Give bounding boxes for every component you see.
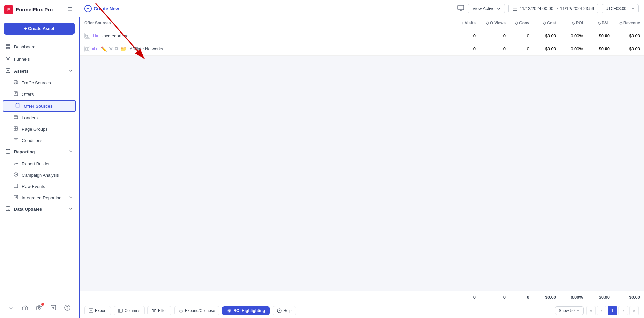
col-header-visits[interactable]: ↓ Visits (446, 17, 480, 29)
svg-rect-39 (118, 309, 122, 312)
monitor-icon[interactable] (457, 4, 464, 13)
chevron-down-icon (631, 7, 635, 11)
sidebar-item-integrated-reporting[interactable]: Integrated Reporting (0, 192, 79, 203)
sidebar-item-funnels[interactable]: Funnels (0, 53, 79, 65)
conditions-icon (13, 137, 18, 143)
table-row: Uncategorized 0 0 0 $0.00 0.00% $0.00 $0… (80, 29, 644, 42)
sidebar-item-report-builder[interactable]: Report Builder (0, 158, 79, 169)
timezone-label: UTC+03:00... (605, 6, 630, 11)
col-header-cost[interactable]: ◇ Cost (533, 17, 560, 29)
export-footer-icon[interactable] (6, 302, 16, 314)
prev-page-button[interactable]: ‹ (597, 306, 606, 315)
camera-footer-icon[interactable] (34, 302, 45, 314)
sidebar-section-reporting[interactable]: Reporting (0, 146, 79, 158)
row-conv: 0 (510, 29, 533, 42)
row-revenue: $0.00 (614, 29, 644, 42)
sidebar-item-label: Offer Sources (24, 104, 53, 109)
row-revenue: $0.00 (614, 42, 644, 56)
row-conv: 0 (510, 42, 533, 56)
row-visits: 0 (446, 42, 480, 56)
timezone-button[interactable]: UTC+03:00... (602, 4, 639, 13)
tracking-footer-icon[interactable] (48, 302, 59, 314)
export-icon (89, 308, 93, 313)
chevron-down-icon (497, 7, 501, 11)
sort-icon: ◇ (598, 21, 602, 25)
sidebar-item-traffic-sources[interactable]: Traffic Sources (0, 77, 79, 88)
col-header-revenue[interactable]: ◇ Revenue (614, 17, 644, 29)
svg-rect-35 (92, 48, 94, 50)
row-stats-icon[interactable] (92, 33, 98, 39)
next-page-button[interactable]: › (618, 306, 628, 315)
landers-icon (13, 115, 18, 121)
sidebar-item-label: Campaign Analysis (22, 173, 59, 178)
row-oviews: 0 (480, 29, 510, 42)
folder-row-button[interactable]: 📁 (120, 46, 126, 52)
delete-row-button[interactable]: ✕ (109, 46, 113, 52)
sidebar-item-dashboard[interactable]: Dashboard (0, 41, 79, 53)
sidebar-item-label: Offers (22, 92, 34, 97)
report-builder-icon (13, 161, 18, 167)
expand-collapse-button[interactable]: Expand/Collapse (174, 306, 220, 315)
offer-sources-icon (15, 103, 20, 109)
view-active-label: View Active (472, 6, 494, 11)
date-range-button[interactable]: 11/12/2024 00:00 → 11/12/2024 23:59 (508, 4, 599, 13)
notification-badge (41, 303, 44, 306)
row-stats-icon[interactable] (92, 46, 98, 52)
svg-rect-6 (8, 47, 10, 49)
sidebar-item-campaign-analysis[interactable]: Campaign Analysis (0, 169, 79, 181)
sidebar-item-landers[interactable]: Landers (0, 112, 79, 123)
row-cost: $0.00 (533, 42, 560, 56)
assets-icon (5, 68, 11, 74)
svg-rect-33 (96, 35, 98, 37)
roi-icon (227, 308, 232, 313)
col-header-conv[interactable]: ◇ Conv (510, 17, 533, 29)
bottom-toolbar: Export Columns Filter Expand/Collapse RO… (79, 303, 644, 318)
create-new-button[interactable]: + Create New (84, 5, 119, 12)
columns-label: Columns (125, 308, 140, 313)
roi-highlighting-button[interactable]: ROI Highlighting (222, 306, 270, 315)
sidebar-section-assets[interactable]: Assets (0, 65, 79, 77)
help-icon (277, 308, 282, 313)
columns-button[interactable]: Columns (114, 306, 145, 315)
expand-row-button[interactable] (84, 33, 90, 39)
sidebar-item-offer-sources[interactable]: Offer Sources (3, 100, 76, 112)
row-visits: 0 (446, 29, 480, 42)
svg-rect-37 (96, 48, 97, 50)
svg-rect-32 (95, 34, 96, 37)
edit-row-button[interactable]: ✏️ (101, 46, 107, 52)
row-roi: 0.00% (560, 42, 587, 56)
export-button[interactable]: Export (84, 306, 111, 315)
col-header-pnl[interactable]: ◇ P&L (587, 17, 614, 29)
expand-row-button[interactable] (84, 46, 90, 52)
sidebar-section-data-updates[interactable]: Data Updates (0, 203, 79, 215)
funnels-icon (5, 56, 11, 62)
svg-rect-31 (93, 34, 94, 37)
sidebar-item-raw-events[interactable]: Raw Events (0, 181, 79, 192)
col-header-oviews[interactable]: ◇ O-Views (480, 17, 510, 29)
svg-rect-11 (16, 104, 20, 107)
campaign-analysis-icon (13, 172, 18, 178)
columns-icon (118, 308, 123, 313)
filter-icon (152, 308, 156, 313)
gift-footer-icon[interactable] (20, 302, 31, 314)
sidebar-item-conditions[interactable]: Conditions (0, 135, 79, 146)
dashboard-icon (5, 44, 11, 50)
row-name: Uncategorized (100, 33, 129, 38)
prev-prev-page-button[interactable]: « (586, 306, 596, 315)
show-count-select[interactable]: Show 50 (555, 306, 584, 315)
view-active-button[interactable]: View Active (468, 4, 505, 13)
help-footer-icon[interactable] (62, 302, 73, 314)
svg-point-17 (14, 173, 18, 176)
sidebar-item-page-groups[interactable]: Page Groups (0, 123, 79, 135)
page-1-button[interactable]: 1 (608, 306, 617, 315)
sidebar-collapse-button[interactable] (66, 5, 75, 14)
svg-rect-14 (14, 116, 18, 119)
col-header-roi[interactable]: ◇ ROI (560, 17, 587, 29)
totals-row: 0 0 0 $0.00 0.00% $0.00 $0.00 (79, 291, 644, 303)
create-asset-button[interactable]: + Create Asset (4, 23, 75, 35)
filter-button[interactable]: Filter (147, 306, 171, 315)
next-next-page-button[interactable]: » (629, 306, 639, 315)
sidebar-item-offers[interactable]: Offers (0, 88, 79, 100)
copy-row-button[interactable]: ⧉ (115, 46, 118, 52)
help-button[interactable]: Help (273, 306, 296, 315)
